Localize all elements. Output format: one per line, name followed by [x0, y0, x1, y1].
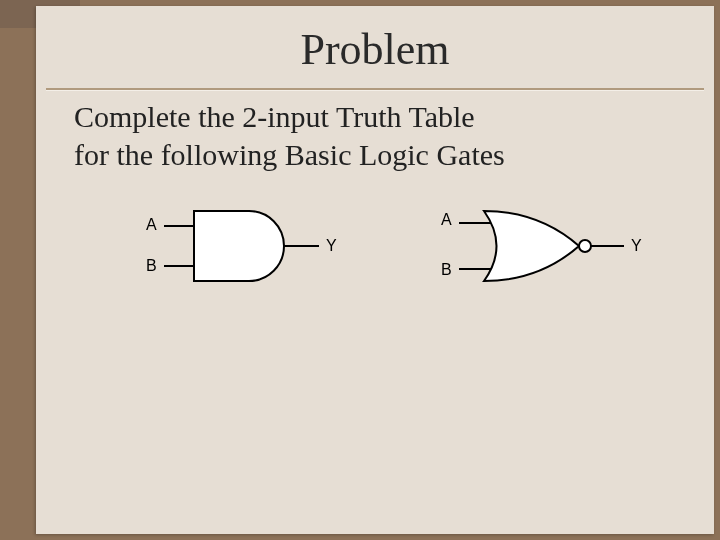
slide-body: Problem Complete the 2-input Truth Table… [36, 6, 714, 534]
nor-gate: A B Y [429, 201, 659, 291]
nor-output-label: Y [631, 237, 642, 255]
nor-input-a-label: A [441, 211, 452, 229]
page-title: Problem [36, 24, 714, 75]
and-gate: A B Y [134, 201, 354, 291]
and-output-label: Y [326, 237, 337, 255]
instruction-line-2: for the following Basic Logic Gates [74, 136, 694, 174]
instruction-text: Complete the 2-input Truth Table for the… [74, 98, 694, 173]
and-input-a-label: A [146, 216, 157, 234]
slide-frame: Problem Complete the 2-input Truth Table… [0, 0, 720, 540]
svg-point-5 [579, 240, 591, 252]
gates-area: A B Y A B Y [74, 201, 694, 321]
and-gate-icon [134, 201, 354, 291]
title-underline [46, 88, 704, 91]
and-input-b-label: B [146, 257, 157, 275]
instruction-line-1: Complete the 2-input Truth Table [74, 98, 694, 136]
nor-input-b-label: B [441, 261, 452, 279]
nor-gate-icon [429, 201, 659, 291]
